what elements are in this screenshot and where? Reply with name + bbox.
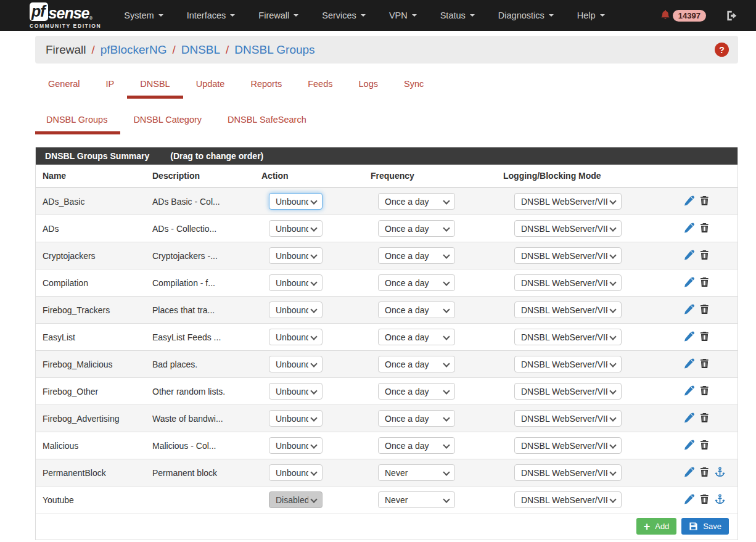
edit-icon[interactable] xyxy=(684,440,694,452)
navbar-menu-vpn[interactable]: VPN xyxy=(377,10,429,20)
frequency-select[interactable]: Never xyxy=(378,491,455,508)
action-select[interactable]: Unbound xyxy=(269,464,323,481)
table-row[interactable]: Compilation Compilation - f... Unbound O… xyxy=(36,269,738,297)
navbar-menu-services[interactable]: Services xyxy=(310,10,377,20)
frequency-select[interactable]: Once a day xyxy=(378,247,455,264)
logout-icon[interactable] xyxy=(726,10,738,22)
action-select[interactable]: Unbound xyxy=(269,247,323,264)
logging-select[interactable]: DNSBL WebServer/VIP xyxy=(514,356,622,372)
frequency-select[interactable]: Once a day xyxy=(378,274,455,291)
tab-sync[interactable]: Sync xyxy=(391,79,437,99)
edit-icon[interactable] xyxy=(684,277,694,289)
edit-icon[interactable] xyxy=(684,413,694,425)
table-row[interactable]: Youtube Disabled Never DNSBL WebServer/V… xyxy=(36,487,738,514)
edit-icon[interactable] xyxy=(684,223,694,235)
logging-select[interactable]: DNSBL WebServer/VIP xyxy=(514,329,622,345)
action-select[interactable]: Unbound xyxy=(269,329,323,345)
navbar-menu-interfaces[interactable]: Interfaces xyxy=(175,10,247,20)
frequency-select[interactable]: Once a day xyxy=(378,383,455,400)
table-row[interactable]: Firebog_Advertising Waste of bandwi... U… xyxy=(36,405,738,432)
logging-select[interactable]: DNSBL WebServer/VIP xyxy=(514,410,622,427)
table-row[interactable]: ADs ADs - Collectio... Unbound Once a da… xyxy=(36,215,738,242)
edit-icon[interactable] xyxy=(684,195,694,208)
pfsense-logo[interactable]: pfsense® COMMUNITY EDITION xyxy=(30,2,101,29)
logging-select[interactable]: DNSBL WebServer/VIP xyxy=(514,220,622,237)
action-select[interactable]: Disabled xyxy=(269,491,323,508)
tab-feeds[interactable]: Feeds xyxy=(295,79,345,99)
logging-select[interactable]: DNSBL WebServer/VIP xyxy=(514,491,622,508)
anchor-icon[interactable] xyxy=(715,467,725,479)
logging-select[interactable]: DNSBL WebServer/VIP xyxy=(514,464,622,481)
table-row[interactable]: Firebog_Other Other random lists. Unboun… xyxy=(36,378,738,405)
table-row[interactable]: PermanentBlock Permanent block Unbound N… xyxy=(36,459,738,487)
breadcrumb-item-dnsbl-groups[interactable]: DNSBL Groups xyxy=(234,43,314,57)
frequency-select[interactable]: Once a day xyxy=(378,410,455,427)
action-select[interactable]: Unbound xyxy=(269,410,323,427)
frequency-select[interactable]: Once a day xyxy=(378,356,455,372)
action-select[interactable]: Unbound xyxy=(269,220,323,237)
frequency-select[interactable]: Once a day xyxy=(378,329,455,345)
delete-icon[interactable] xyxy=(700,440,709,452)
delete-icon[interactable] xyxy=(700,413,709,425)
action-select[interactable]: Unbound xyxy=(269,193,323,210)
notifications-bell-icon[interactable] xyxy=(660,9,671,22)
delete-icon[interactable] xyxy=(700,277,709,289)
action-select[interactable]: Unbound xyxy=(269,274,323,291)
logging-select[interactable]: DNSBL WebServer/VIP xyxy=(514,193,622,210)
frequency-select[interactable]: Never xyxy=(378,464,455,481)
logging-select[interactable]: DNSBL WebServer/VIP xyxy=(514,437,622,454)
navbar-menu-help[interactable]: Help xyxy=(565,10,617,20)
logging-select[interactable]: DNSBL WebServer/VIP xyxy=(514,247,622,264)
action-select[interactable]: Unbound xyxy=(269,383,323,400)
frequency-select[interactable]: Once a day xyxy=(378,220,455,237)
edit-icon[interactable] xyxy=(684,250,694,262)
delete-icon[interactable] xyxy=(700,494,709,506)
table-row[interactable]: Malicious Malicious - Col... Unbound Onc… xyxy=(36,432,738,459)
table-row[interactable]: ADs_Basic ADs Basic - Col... Unbound Onc… xyxy=(36,187,738,215)
delete-icon[interactable] xyxy=(700,195,709,208)
navbar-menu-system[interactable]: System xyxy=(112,10,175,20)
tab-general[interactable]: General xyxy=(35,79,93,99)
subtab-dnsbl-safesearch[interactable]: DNSBL SafeSearch xyxy=(215,115,319,134)
table-row[interactable]: Firebog_Trackers Places that tra... Unbo… xyxy=(36,297,738,324)
delete-icon[interactable] xyxy=(700,223,709,235)
navbar-menu-diagnostics[interactable]: Diagnostics xyxy=(487,10,565,20)
breadcrumb-item-dnsbl[interactable]: DNSBL xyxy=(181,43,220,57)
logging-select[interactable]: DNSBL WebServer/VIP xyxy=(514,274,622,291)
logging-select[interactable]: DNSBL WebServer/VIP xyxy=(514,302,622,318)
edit-icon[interactable] xyxy=(684,385,694,398)
edit-icon[interactable] xyxy=(684,304,694,316)
table-row[interactable]: Cryptojackers Cryptojackers -... Unbound… xyxy=(36,242,738,269)
save-button[interactable]: Save xyxy=(681,518,729,535)
edit-icon[interactable] xyxy=(684,358,694,371)
anchor-icon[interactable] xyxy=(715,494,725,506)
edit-icon[interactable] xyxy=(684,467,694,479)
frequency-select[interactable]: Once a day xyxy=(378,193,455,210)
frequency-select[interactable]: Once a day xyxy=(378,302,455,318)
subtab-dnsbl-category[interactable]: DNSBL Category xyxy=(120,115,215,134)
edit-icon[interactable] xyxy=(684,331,694,343)
action-select[interactable]: Unbound xyxy=(269,302,323,318)
action-select[interactable]: Unbound xyxy=(269,437,323,454)
delete-icon[interactable] xyxy=(700,304,709,316)
delete-icon[interactable] xyxy=(700,385,709,398)
navbar-menu-status[interactable]: Status xyxy=(429,10,487,20)
delete-icon[interactable] xyxy=(700,250,709,262)
frequency-select[interactable]: Once a day xyxy=(378,437,455,454)
help-icon[interactable]: ? xyxy=(715,43,729,57)
action-select[interactable]: Unbound xyxy=(269,356,323,372)
delete-icon[interactable] xyxy=(700,331,709,343)
tab-update[interactable]: Update xyxy=(183,79,238,99)
table-row[interactable]: EasyList EasyList Feeds ... Unbound Once… xyxy=(36,324,738,351)
subtab-dnsbl-groups[interactable]: DNSBL Groups xyxy=(35,115,120,134)
tab-dnsbl[interactable]: DNSBL xyxy=(127,79,183,99)
tab-ip[interactable]: IP xyxy=(93,79,128,99)
delete-icon[interactable] xyxy=(700,467,709,479)
tab-logs[interactable]: Logs xyxy=(346,79,391,99)
add-button[interactable]: + Add xyxy=(636,518,677,535)
notifications-count-badge[interactable]: 14397 xyxy=(673,10,706,22)
breadcrumb-item-pfblockerng[interactable]: pfBlockerNG xyxy=(101,43,167,57)
tab-reports[interactable]: Reports xyxy=(237,79,295,99)
table-row[interactable]: Firebog_Malicious Bad places. Unbound On… xyxy=(36,351,738,378)
edit-icon[interactable] xyxy=(684,494,694,506)
